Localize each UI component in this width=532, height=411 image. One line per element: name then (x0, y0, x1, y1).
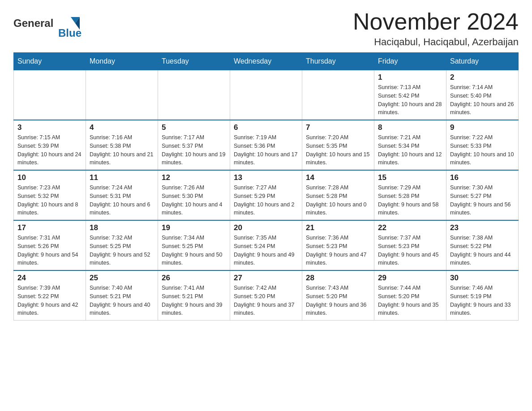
calendar-cell: 5Sunrise: 7:17 AMSunset: 5:37 PMDaylight… (158, 120, 230, 170)
day-info: Sunrise: 7:30 AMSunset: 5:27 PMDaylight:… (450, 184, 515, 217)
calendar-cell: 15Sunrise: 7:29 AMSunset: 5:28 PMDayligh… (374, 170, 446, 220)
day-number: 5 (162, 123, 226, 132)
day-info: Sunrise: 7:16 AMSunset: 5:38 PMDaylight:… (90, 133, 154, 167)
calendar-cell: 24Sunrise: 7:39 AMSunset: 5:22 PMDayligh… (14, 270, 86, 321)
day-number: 20 (234, 223, 298, 232)
svg-text:Blue: Blue (58, 27, 82, 39)
calendar-cell: 8Sunrise: 7:21 AMSunset: 5:34 PMDaylight… (374, 120, 446, 170)
calendar-cell: 4Sunrise: 7:16 AMSunset: 5:38 PMDaylight… (86, 120, 158, 170)
calendar-cell: 20Sunrise: 7:35 AMSunset: 5:24 PMDayligh… (230, 220, 302, 270)
day-number: 23 (450, 223, 515, 232)
month-title: November 2024 (353, 9, 519, 34)
day-number: 29 (378, 274, 442, 283)
calendar-cell: 25Sunrise: 7:40 AMSunset: 5:21 PMDayligh… (86, 270, 158, 321)
day-info: Sunrise: 7:32 AMSunset: 5:25 PMDaylight:… (90, 234, 154, 267)
day-number: 6 (234, 123, 298, 132)
day-number: 30 (450, 274, 515, 283)
calendar-cell (158, 70, 230, 120)
day-number: 13 (234, 173, 298, 182)
day-info: Sunrise: 7:35 AMSunset: 5:24 PMDaylight:… (234, 234, 298, 267)
calendar-cell: 27Sunrise: 7:42 AMSunset: 5:20 PMDayligh… (230, 270, 302, 321)
day-number: 19 (162, 223, 226, 232)
calendar-cell: 11Sunrise: 7:24 AMSunset: 5:31 PMDayligh… (86, 170, 158, 220)
day-number: 26 (162, 274, 226, 283)
day-info: Sunrise: 7:13 AMSunset: 5:42 PMDaylight:… (378, 83, 442, 117)
calendar-cell (230, 70, 302, 120)
calendar-cell: 10Sunrise: 7:23 AMSunset: 5:32 PMDayligh… (14, 170, 86, 220)
day-info: Sunrise: 7:34 AMSunset: 5:25 PMDaylight:… (162, 234, 226, 267)
calendar-cell: 28Sunrise: 7:43 AMSunset: 5:20 PMDayligh… (302, 270, 374, 321)
day-number: 3 (17, 123, 82, 132)
day-info: Sunrise: 7:22 AMSunset: 5:33 PMDaylight:… (450, 133, 515, 167)
day-number: 22 (378, 223, 442, 232)
day-info: Sunrise: 7:29 AMSunset: 5:28 PMDaylight:… (378, 184, 442, 217)
day-number: 21 (306, 223, 370, 232)
calendar-cell: 17Sunrise: 7:31 AMSunset: 5:26 PMDayligh… (14, 220, 86, 270)
day-of-week-friday: Friday (374, 53, 446, 70)
week-row-1: 1Sunrise: 7:13 AMSunset: 5:42 PMDaylight… (14, 70, 519, 120)
day-of-week-monday: Monday (86, 53, 158, 70)
day-info: Sunrise: 7:38 AMSunset: 5:22 PMDaylight:… (450, 234, 515, 267)
calendar-cell: 19Sunrise: 7:34 AMSunset: 5:25 PMDayligh… (158, 220, 230, 270)
week-row-3: 10Sunrise: 7:23 AMSunset: 5:32 PMDayligh… (14, 170, 519, 220)
day-info: Sunrise: 7:27 AMSunset: 5:29 PMDaylight:… (234, 184, 298, 217)
day-info: Sunrise: 7:31 AMSunset: 5:26 PMDaylight:… (17, 234, 82, 267)
day-number: 25 (90, 274, 154, 283)
day-number: 2 (450, 73, 515, 82)
day-info: Sunrise: 7:19 AMSunset: 5:36 PMDaylight:… (234, 133, 298, 167)
day-number: 28 (306, 274, 370, 283)
day-info: Sunrise: 7:41 AMSunset: 5:21 PMDaylight:… (162, 284, 226, 317)
day-info: Sunrise: 7:46 AMSunset: 5:19 PMDaylight:… (450, 284, 515, 317)
day-info: Sunrise: 7:44 AMSunset: 5:20 PMDaylight:… (378, 284, 442, 317)
day-info: Sunrise: 7:36 AMSunset: 5:23 PMDaylight:… (306, 234, 370, 267)
calendar-cell (302, 70, 374, 120)
day-number: 7 (306, 123, 370, 132)
day-number: 27 (234, 274, 298, 283)
day-info: Sunrise: 7:24 AMSunset: 5:31 PMDaylight:… (90, 184, 154, 217)
day-info: Sunrise: 7:37 AMSunset: 5:23 PMDaylight:… (378, 234, 442, 267)
day-of-week-tuesday: Tuesday (158, 53, 230, 70)
day-info: Sunrise: 7:28 AMSunset: 5:28 PMDaylight:… (306, 184, 370, 217)
calendar-table: SundayMondayTuesdayWednesdayThursdayFrid… (13, 52, 519, 321)
day-number: 8 (378, 123, 442, 132)
day-info: Sunrise: 7:17 AMSunset: 5:37 PMDaylight:… (162, 133, 226, 167)
day-number: 24 (17, 274, 82, 283)
day-number: 9 (450, 123, 515, 132)
day-number: 10 (17, 173, 82, 182)
day-info: Sunrise: 7:21 AMSunset: 5:34 PMDaylight:… (378, 133, 442, 167)
day-number: 11 (90, 173, 154, 182)
calendar-cell: 21Sunrise: 7:36 AMSunset: 5:23 PMDayligh… (302, 220, 374, 270)
day-info: Sunrise: 7:42 AMSunset: 5:20 PMDaylight:… (234, 284, 298, 317)
day-number: 16 (450, 173, 515, 182)
logo-general-text: General Blue (13, 13, 85, 42)
day-info: Sunrise: 7:15 AMSunset: 5:39 PMDaylight:… (17, 133, 82, 167)
calendar-cell: 2Sunrise: 7:14 AMSunset: 5:40 PMDaylight… (446, 70, 519, 120)
day-info: Sunrise: 7:26 AMSunset: 5:30 PMDaylight:… (162, 184, 226, 217)
day-number: 4 (90, 123, 154, 132)
day-number: 17 (17, 223, 82, 232)
day-info: Sunrise: 7:39 AMSunset: 5:22 PMDaylight:… (17, 284, 82, 317)
calendar-cell (86, 70, 158, 120)
day-info: Sunrise: 7:43 AMSunset: 5:20 PMDaylight:… (306, 284, 370, 317)
day-number: 18 (90, 223, 154, 232)
header: General Blue November 2024 Haciqabul, Ha… (13, 9, 519, 48)
title-area: November 2024 Haciqabul, Haciqabul, Azer… (353, 9, 519, 48)
calendar-cell: 1Sunrise: 7:13 AMSunset: 5:42 PMDaylight… (374, 70, 446, 120)
calendar-cell: 18Sunrise: 7:32 AMSunset: 5:25 PMDayligh… (86, 220, 158, 270)
day-number: 12 (162, 173, 226, 182)
calendar-cell: 23Sunrise: 7:38 AMSunset: 5:22 PMDayligh… (446, 220, 519, 270)
calendar-cell: 14Sunrise: 7:28 AMSunset: 5:28 PMDayligh… (302, 170, 374, 220)
day-of-week-thursday: Thursday (302, 53, 374, 70)
day-of-week-sunday: Sunday (14, 53, 86, 70)
days-header-row: SundayMondayTuesdayWednesdayThursdayFrid… (14, 53, 519, 70)
day-of-week-wednesday: Wednesday (230, 53, 302, 70)
week-row-4: 17Sunrise: 7:31 AMSunset: 5:26 PMDayligh… (14, 220, 519, 270)
day-number: 1 (378, 73, 442, 82)
day-info: Sunrise: 7:20 AMSunset: 5:35 PMDaylight:… (306, 133, 370, 167)
logo: General Blue (13, 13, 85, 42)
calendar-cell: 22Sunrise: 7:37 AMSunset: 5:23 PMDayligh… (374, 220, 446, 270)
calendar-cell: 29Sunrise: 7:44 AMSunset: 5:20 PMDayligh… (374, 270, 446, 321)
week-row-5: 24Sunrise: 7:39 AMSunset: 5:22 PMDayligh… (14, 270, 519, 321)
calendar-cell: 7Sunrise: 7:20 AMSunset: 5:35 PMDaylight… (302, 120, 374, 170)
day-info: Sunrise: 7:14 AMSunset: 5:40 PMDaylight:… (450, 83, 515, 117)
